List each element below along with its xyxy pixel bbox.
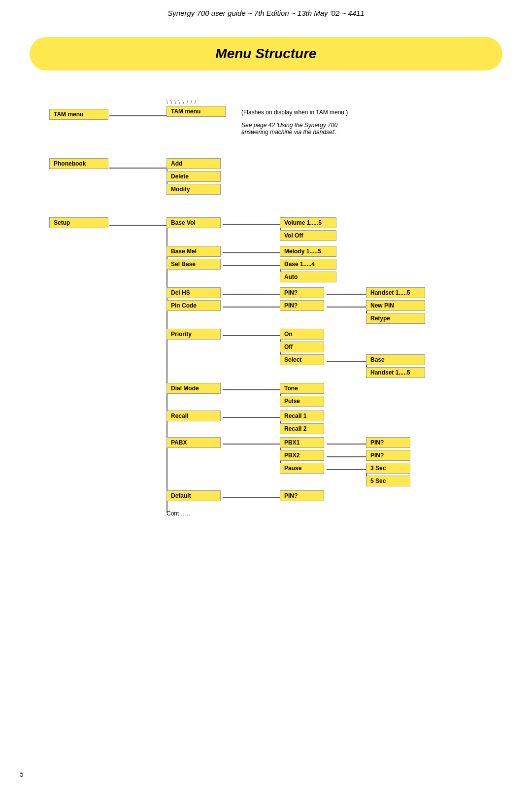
- auto-box: Auto: [280, 272, 336, 282]
- pause-box: Pause: [280, 463, 324, 474]
- header-title: Synergy 700 user guide ~ 7th Edition ~ 1…: [167, 9, 364, 17]
- sel-base-box: Sel Base: [166, 259, 221, 270]
- pbx1-box: PBX1: [280, 437, 324, 448]
- recall1-box: Recall 1: [280, 411, 324, 421]
- page-header: Synergy 700 user guide ~ 7th Edition ~ 1…: [0, 0, 532, 22]
- sec5-box: 5 Sec: [366, 476, 410, 486]
- off-box: Off: [280, 342, 324, 352]
- banner-title: Menu Structure: [215, 46, 316, 61]
- delete-box: Delete: [166, 171, 221, 182]
- recall-box: Recall: [166, 411, 221, 421]
- on-box: On: [280, 329, 324, 340]
- page-number: 5: [20, 770, 24, 778]
- add-box: Add: [166, 158, 221, 169]
- base2-box: Base: [366, 354, 425, 365]
- phonebook-box: Phonebook: [49, 158, 108, 169]
- new-pin-box: New PIN: [366, 300, 425, 311]
- base14-box: Base 1.....4: [280, 259, 336, 270]
- flash-lines: \ \ \ \ \ / / /: [166, 99, 197, 105]
- melody15-box: Melody 1.....5: [280, 246, 336, 257]
- tone-box: Tone: [280, 383, 324, 394]
- pin5-box: PIN?: [280, 490, 324, 501]
- tam-flash-note: (Flashes on display when in TAM menu.): [241, 109, 348, 116]
- base-mel-box: Base Mel: [166, 246, 221, 257]
- setup-box: Setup: [49, 217, 108, 228]
- pin4-box: PIN?: [366, 450, 410, 461]
- tam-see-page: See page 42 'Using the Synergy 700 answe…: [241, 122, 337, 136]
- pin3-box: PIN?: [366, 437, 410, 448]
- priority-box: Priority: [166, 329, 221, 340]
- pbx2-box: PBX2: [280, 450, 324, 461]
- sec3-box: 3 Sec: [366, 463, 410, 474]
- tam-menu-left-box: TAM menu: [49, 109, 108, 120]
- default-box: Default: [166, 490, 221, 501]
- pin1-box: PIN?: [280, 287, 324, 298]
- pin2-box: PIN?: [280, 300, 324, 311]
- vol-off-box: Vol Off: [280, 230, 336, 241]
- handset15-box: Handset 1.....5: [366, 287, 425, 298]
- select-box: Select: [280, 354, 324, 365]
- cont-text: Cont……: [166, 510, 191, 517]
- tam-menu-right-box: TAM menu: [166, 106, 226, 117]
- title-banner: Menu Structure: [30, 37, 502, 70]
- dial-mode-box: Dial Mode: [166, 383, 221, 394]
- pin-code-box: Pin Code: [166, 300, 221, 311]
- base-vol-box: Base Vol: [166, 217, 221, 228]
- content-area: TAM menu \ \ \ \ \ / / / TAM menu (Flash…: [0, 80, 532, 489]
- menu-diagram: TAM menu \ \ \ \ \ / / / TAM menu (Flash…: [44, 85, 488, 470]
- del-hs-box: Del HS: [166, 287, 221, 298]
- pabx-box: PABX: [166, 437, 221, 448]
- modify-box: Modify: [166, 184, 221, 195]
- volume15-box: Volume 1.....5: [280, 217, 336, 228]
- retype-box: Retype: [366, 313, 425, 324]
- recall2-box: Recall 2: [280, 423, 324, 434]
- pulse-box: Pulse: [280, 396, 324, 407]
- handset15b-box: Handset 1.....5: [366, 367, 425, 378]
